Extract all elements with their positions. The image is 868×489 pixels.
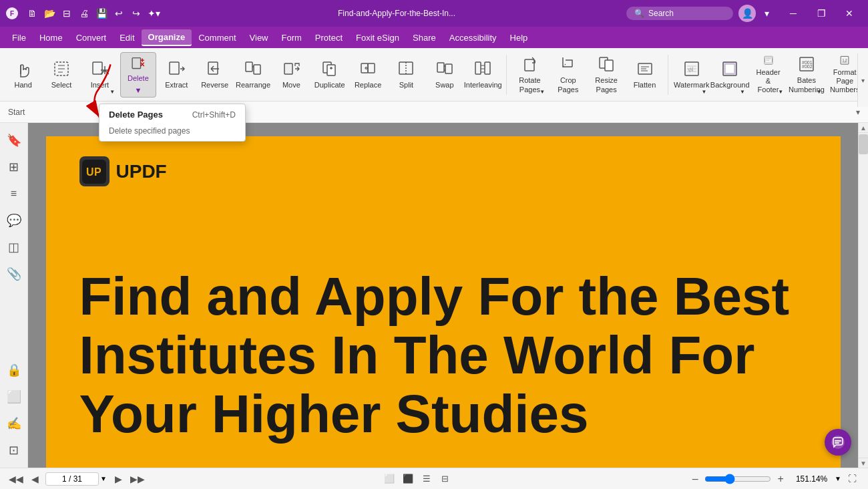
user-avatar[interactable]: 👤 [738, 5, 756, 22]
split-label: Split [399, 81, 413, 90]
split-tool[interactable]: Split [389, 52, 424, 98]
crop-pages-tool[interactable]: CropPages [550, 52, 586, 98]
continuous-btn[interactable]: ☰ [419, 471, 435, 487]
app-icon: F [5, 7, 19, 20]
select-label: Select [51, 81, 72, 90]
status-bar: ◀◀ ◀ 1 / 31 ▼ ▶ ▶▶ ⬜ ⬛ ☰ ⊟ – + 151.14% ▼… [0, 468, 868, 489]
delete-pages-menu-item[interactable]: Delete Pages Ctrl+Shift+D [99, 104, 245, 125]
minimize-btn[interactable]: ─ [780, 0, 807, 27]
page-dropdown[interactable]: ▼ [99, 475, 108, 482]
svg-rect-13 [327, 65, 335, 75]
open-btn[interactable]: 📂 [41, 5, 57, 21]
zoom-slider[interactable] [704, 474, 771, 484]
next-page-btn[interactable]: ▶ [111, 471, 127, 487]
customize-btn[interactable]: ✦▾ [146, 5, 162, 21]
background-tool[interactable]: Background ▼ [712, 52, 747, 98]
search-area[interactable]: 🔍 Search [626, 7, 733, 20]
menu-file[interactable]: File [5, 30, 33, 45]
interleaving-tool[interactable]: Interleaving [465, 52, 501, 98]
rearrange-tool[interactable]: Rearrange [235, 52, 270, 98]
resize-pages-label: ResizePages [595, 76, 618, 94]
last-page-btn[interactable]: ▶▶ [130, 471, 146, 487]
pdf-page: U P UPDF Find and Apply For the Best Ins… [46, 136, 841, 468]
menu-help[interactable]: Help [503, 30, 535, 45]
menu-form[interactable]: Form [275, 30, 308, 45]
svg-text:U: U [86, 166, 94, 178]
select-tool[interactable]: Select [43, 52, 79, 98]
bates-numbering-arrow: ▼ [817, 89, 822, 95]
attachment-btn[interactable]: 📎 [2, 262, 26, 286]
resize-pages-tool[interactable]: ResizePages [588, 52, 624, 98]
zoom-in-btn[interactable]: + [774, 472, 787, 486]
replace-tool[interactable]: Replace [350, 52, 385, 98]
menu-convert[interactable]: Convert [69, 30, 114, 45]
secondary-scroll-btn[interactable]: ▾ [856, 108, 860, 117]
split-view-btn[interactable]: ⊟ [437, 471, 453, 487]
watermark-tool[interactable]: W Watermark ▼ [674, 52, 709, 98]
share-btn[interactable]: ⊡ [2, 438, 26, 462]
layers2-btn[interactable]: ◫ [2, 235, 26, 259]
double-page-btn[interactable]: ⬛ [400, 471, 416, 487]
page-input[interactable]: 1 / 31 [45, 472, 99, 486]
close-btn[interactable]: ✕ [836, 0, 863, 27]
interleaving-label: Interleaving [464, 81, 502, 90]
start-label: Start [8, 108, 25, 117]
hand-tool[interactable]: Hand [5, 52, 41, 98]
duplicate-tool[interactable]: Duplicate [312, 52, 347, 98]
bookmark-btn[interactable]: 🔖 [2, 128, 26, 152]
move-tool[interactable]: Move [274, 52, 309, 98]
select-icon [52, 59, 71, 78]
stamp-btn[interactable]: ⬜ [2, 385, 26, 409]
menu-foxit-esign[interactable]: Foxit eSign [349, 30, 406, 45]
chat-ai-button[interactable] [825, 429, 851, 456]
comment-panel-btn[interactable]: 💬 [2, 208, 26, 232]
menu-share[interactable]: Share [406, 30, 443, 45]
svg-rect-11 [284, 63, 292, 74]
print-btn[interactable]: 🖨 [76, 5, 92, 21]
extract-tool[interactable]: Extract [159, 52, 194, 98]
thumbnail-btn[interactable]: ⊞ [2, 155, 26, 179]
menu-organize[interactable]: Organize [142, 29, 192, 46]
rotate-pages-arrow: ▼ [539, 89, 545, 95]
toolbar-scroll-right[interactable]: ▾ [857, 53, 868, 102]
layers-btn[interactable]: ≡ [2, 182, 26, 206]
single-page-btn[interactable]: ⬜ [381, 471, 397, 487]
zoom-out-btn[interactable]: – [688, 472, 702, 486]
flatten-tool[interactable]: Flatten [627, 52, 662, 98]
save-btn[interactable]: 💾 [93, 5, 110, 21]
format-page-numbers-label: Format PageNumbers [830, 68, 860, 95]
menu-comment[interactable]: Comment [192, 30, 242, 45]
rotate-pages-tool[interactable]: RotatePages ▼ [512, 52, 548, 98]
delete-tool[interactable]: Delete ▼ [120, 52, 156, 98]
menu-accessibility[interactable]: Accessibility [443, 30, 503, 45]
watermark-icon: W [682, 59, 701, 78]
zoom-dropdown[interactable]: ▼ [835, 475, 841, 482]
reverse-tool[interactable]: Reverse [197, 52, 232, 98]
fullscreen-btn[interactable]: ⛶ [844, 471, 860, 487]
scroll-up-btn[interactable]: ▲ [859, 123, 868, 133]
sign-btn[interactable]: ✍ [2, 412, 26, 436]
menu-view[interactable]: View [243, 30, 275, 45]
menu-protect[interactable]: Protect [308, 30, 349, 45]
svg-text:1,2: 1,2 [843, 57, 847, 61]
lock-btn[interactable]: 🔒 [2, 358, 26, 382]
maximize-btn[interactable]: ❐ [808, 0, 835, 27]
redo-btn[interactable]: ↪ [128, 5, 144, 21]
swap-tool[interactable]: Swap [427, 52, 462, 98]
user-dropdown[interactable]: ▾ [758, 5, 775, 21]
scroll-down-btn[interactable]: ▼ [859, 458, 868, 468]
undo-btn[interactable]: ↩ [111, 5, 127, 21]
scrollbar: ▲ ▼ [858, 123, 868, 468]
format-page-numbers-icon: 1,2 [835, 55, 854, 65]
minimize-tab-btn[interactable]: ⊟ [59, 5, 75, 21]
new-btn[interactable]: 🗎 [24, 5, 40, 21]
crop-pages-icon [559, 55, 578, 73]
menu-home[interactable]: Home [33, 30, 69, 45]
first-page-btn[interactable]: ◀◀ [8, 471, 24, 487]
prev-page-btn[interactable]: ◀ [27, 471, 43, 487]
menu-edit[interactable]: Edit [113, 30, 141, 45]
bates-numbering-tool[interactable]: #001 #002 BatesNumbering ▼ [789, 52, 824, 98]
header-footer-tool[interactable]: Header &Footer ▼ [750, 52, 786, 98]
scroll-thumb[interactable] [859, 134, 868, 154]
svg-rect-15 [368, 63, 375, 73]
